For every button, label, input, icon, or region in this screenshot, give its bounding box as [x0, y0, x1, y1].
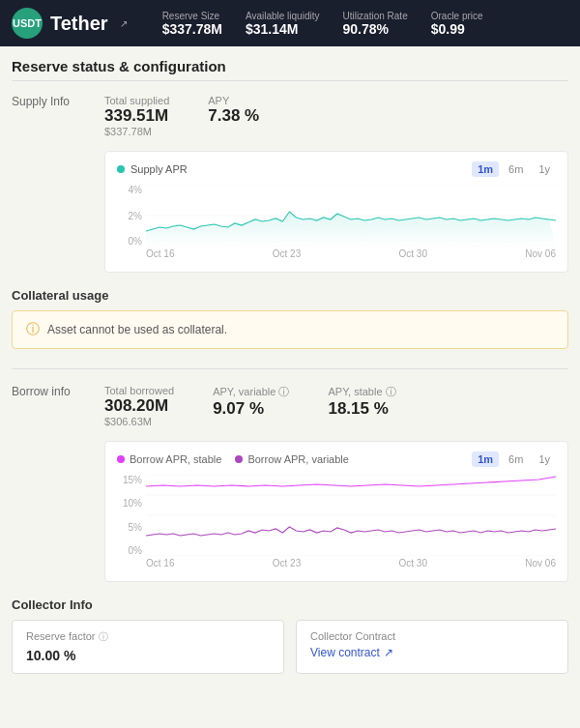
supply-chart: 4% 2% 0% — [117, 185, 556, 262]
stat-label: Utilization Rate — [342, 11, 407, 21]
total-supplied-label: Total supplied — [104, 95, 169, 106]
borrow-tf-6m[interactable]: 6m — [503, 451, 529, 467]
borrow-tf-1y[interactable]: 1y — [533, 451, 556, 467]
borrow-info-block: Borrow info Total borrowed 308.20M $306.… — [12, 385, 568, 429]
view-contract-link[interactable]: View contract ↗ — [310, 646, 554, 659]
borrow-apy-variable-value: 9.07 % — [213, 399, 289, 419]
token-icon: USDT — [12, 8, 43, 39]
external-link-icon: ↗ — [384, 646, 393, 659]
borrow-chart-inner — [146, 475, 556, 556]
borrow-chart-legend: Borrow APR, stable Borrow APR, variable — [117, 453, 349, 465]
borrow-variable-legend: Borrow APR, variable — [235, 453, 349, 465]
collector-contract-label: Collector Contract — [310, 630, 554, 642]
total-supplied-value: 339.51M — [104, 106, 169, 126]
header-stats: Reserve Size$337.78MAvailable liquidity$… — [162, 11, 483, 37]
borrow-stable-dot — [117, 455, 125, 463]
supply-chart-svg — [146, 185, 556, 247]
supply-info-block: Supply Info Total supplied 339.51M $337.… — [12, 95, 568, 139]
warning-icon: ⓘ — [26, 321, 40, 338]
reserve-factor-label: Reserve factor ⓘ — [26, 630, 270, 644]
stat-value: $0.99 — [431, 21, 483, 37]
supply-info-data: Total supplied 339.51M $337.78M APY 7.38… — [104, 95, 568, 139]
total-borrowed-usd: $306.63M — [104, 416, 174, 427]
total-borrowed-value: 308.20M — [104, 396, 174, 416]
header-stat-item: Reserve Size$337.78M — [162, 11, 222, 37]
supply-info-label: Supply Info — [12, 95, 89, 108]
supply-tf-6m[interactable]: 6m — [503, 161, 529, 177]
borrow-stable-legend: Borrow APR, stable — [117, 453, 221, 465]
supply-legend-dot — [117, 165, 125, 173]
borrow-apy-variable-label: APY, variable ⓘ — [213, 385, 289, 399]
supply-chart-container: Supply APR 1m 6m 1y 4% 2% 0% — [104, 151, 568, 273]
collateral-title: Collateral usage — [12, 288, 568, 303]
collector-contract-card: Collector Contract View contract ↗ — [296, 620, 568, 674]
token-logo: USDT Tether ↗ — [12, 8, 128, 39]
svg-marker-3 — [146, 212, 556, 247]
supply-apy-value: 7.38 % — [208, 106, 259, 126]
borrow-info-label: Borrow info — [12, 385, 89, 398]
supply-timeframe-buttons: 1m 6m 1y — [472, 161, 556, 177]
borrow-tf-1m[interactable]: 1m — [472, 451, 499, 467]
borrow-apy-stable-value: 18.15 % — [328, 399, 395, 419]
total-borrowed-label: Total borrowed — [104, 385, 174, 396]
collateral-warning-text: Asset cannot be used as collateral. — [47, 323, 227, 336]
stat-label: Reserve Size — [162, 11, 222, 21]
supply-y-axis: 4% 2% 0% — [117, 185, 146, 247]
borrow-variable-label: Borrow APR, variable — [247, 453, 349, 465]
borrow-chart-svg — [146, 475, 556, 556]
borrow-variable-dot — [235, 455, 243, 463]
borrow-chart: 15% 10% 5% 0% — [117, 475, 556, 571]
collateral-section: Collateral usage ⓘ Asset cannot be used … — [12, 288, 568, 349]
borrow-chart-header: Borrow APR, stable Borrow APR, variable … — [117, 451, 556, 467]
header-stat-item: Available liquidity$31.14M — [246, 11, 320, 37]
borrow-timeframe-buttons: 1m 6m 1y — [472, 451, 556, 467]
token-name: Tether — [50, 13, 108, 35]
header-stat-item: Oracle price$0.99 — [431, 11, 483, 37]
borrow-x-axis: Oct 16 Oct 23 Oct 30 Nov 06 — [146, 558, 556, 571]
header-stat-item: Utilization Rate90.78% — [342, 11, 407, 37]
borrow-apy-stable-label: APY, stable ⓘ — [328, 385, 395, 399]
section-title: Reserve status & configuration — [12, 58, 568, 81]
stat-label: Available liquidity — [246, 11, 320, 21]
supply-chart-legend: Supply APR — [117, 163, 188, 175]
collector-section: Collector Info Reserve factor ⓘ 10.00 % … — [12, 597, 568, 674]
borrow-stable-label: Borrow APR, stable — [130, 453, 221, 465]
borrow-info-data: Total borrowed 308.20M $306.63M APY, var… — [104, 385, 568, 429]
supply-tf-1y[interactable]: 1y — [533, 161, 556, 177]
main-content: Reserve status & configuration Supply In… — [0, 46, 580, 685]
reserve-factor-card: Reserve factor ⓘ 10.00 % — [12, 620, 284, 674]
stat-value: $31.14M — [246, 21, 320, 37]
stat-value: 90.78% — [342, 21, 407, 37]
supply-apy-label: APY — [208, 95, 259, 106]
section-separator — [12, 368, 568, 369]
supply-legend-label: Supply APR — [130, 163, 188, 175]
borrow-y-axis: 15% 10% 5% 0% — [117, 475, 146, 556]
collector-title: Collector Info — [12, 597, 568, 612]
total-supplied-usd: $337.78M — [104, 126, 169, 137]
supply-chart-inner — [146, 185, 556, 247]
stat-value: $337.78M — [162, 21, 222, 37]
external-link-icon[interactable]: ↗ — [120, 18, 128, 29]
collector-cards: Reserve factor ⓘ 10.00 % Collector Contr… — [12, 620, 568, 674]
supply-x-axis: Oct 16 Oct 23 Oct 30 Nov 06 — [146, 248, 556, 262]
borrow-chart-container: Borrow APR, stable Borrow APR, variable … — [104, 441, 568, 582]
reserve-factor-value: 10.00 % — [26, 648, 270, 663]
page-header: USDT Tether ↗ Reserve Size$337.78MAvaila… — [0, 0, 580, 46]
stat-label: Oracle price — [431, 11, 483, 21]
supply-chart-header: Supply APR 1m 6m 1y — [117, 161, 556, 177]
collateral-warning: ⓘ Asset cannot be used as collateral. — [12, 310, 568, 349]
supply-tf-1m[interactable]: 1m — [472, 161, 499, 177]
